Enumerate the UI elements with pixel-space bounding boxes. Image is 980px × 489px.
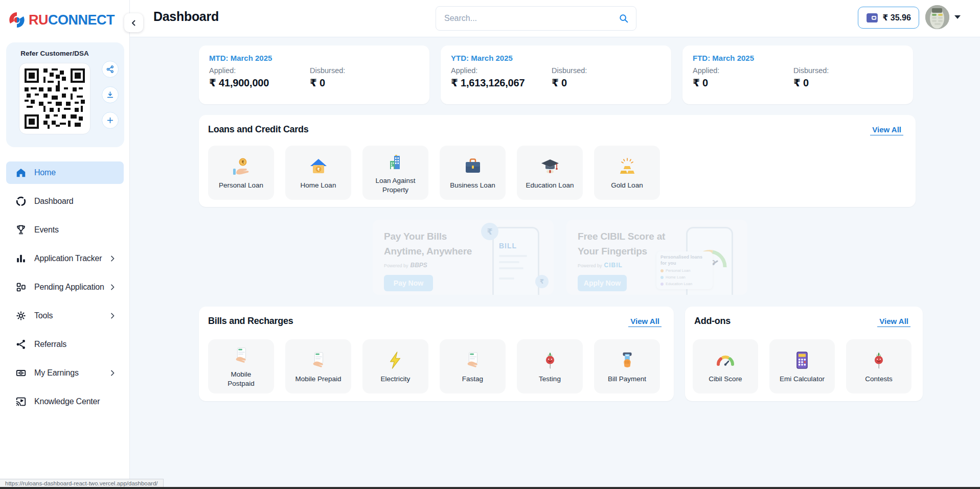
search-box (436, 6, 636, 31)
sidebar-item-tools[interactable]: Tools (6, 305, 124, 327)
wallet-icon (866, 13, 878, 23)
loan-tile-gold-loan[interactable]: Gold Loan (594, 146, 660, 200)
stat-card-mtd: MTD: March 2025 Applied: ₹ 41,900,000 Di… (199, 45, 429, 104)
chevron-right-icon (108, 312, 117, 320)
stat-card-ftd: FTD: March 2025 Applied: ₹ 0 Disbursed: … (682, 45, 913, 104)
sidebar-item-dashboard[interactable]: Dashboard (6, 190, 124, 213)
wallet-balance-chip[interactable]: ₹ 35.96 (858, 7, 919, 29)
sidebar-item-label: Knowledge Center (34, 397, 117, 406)
addon-tile-emi-calculator[interactable]: Emi Calculator (769, 339, 835, 393)
avatar (925, 5, 949, 29)
addons-tiles: Cibil Score (693, 339, 911, 393)
screen-cast-icon (15, 396, 27, 407)
bill-tile-testing[interactable]: Testing (517, 339, 583, 393)
loan-tile-home-loan[interactable]: ₹ Home Loan (285, 146, 351, 200)
stat-card-ytd: YTD: March 2025 Applied: ₹ 1,613,126,067… (441, 45, 671, 104)
bills-section-title: Bills and Recharges (208, 316, 293, 327)
user-avatar-menu[interactable] (925, 5, 961, 29)
tile-label: Fastag (462, 375, 483, 384)
rupee-coin-icon: ₹ (481, 223, 498, 240)
search-input[interactable] (436, 6, 636, 31)
refer-qr-title: Refer Customer/DSA (6, 50, 103, 57)
search-icon[interactable] (618, 13, 629, 24)
home-icon (15, 167, 27, 178)
tile-label: Loan Against Property (375, 176, 415, 194)
bill-tile-mobile-postpaid[interactable]: Mobile Postpaid (208, 339, 274, 393)
personal-loan-icon: ₹ (231, 156, 252, 177)
mobile-postpaid-icon (231, 345, 252, 366)
sidebar-item-pending-application[interactable]: Pending Application (6, 276, 124, 298)
loans-view-all-link[interactable]: View All (870, 125, 903, 135)
tile-label: Testing (539, 375, 561, 384)
gold-loan-icon (617, 156, 638, 177)
radish-icon (868, 350, 890, 371)
sidebar-item-my-earnings[interactable]: My Earnings (6, 362, 124, 384)
plus-icon (106, 116, 115, 125)
loan-tile-personal-loan[interactable]: ₹ Personal Loan (208, 146, 274, 200)
banner-title: Pay Your BillsAnytime, Anywhere (384, 229, 472, 259)
stat-period: MTD: March 2025 (209, 54, 419, 62)
applied-value: ₹ 0 (693, 77, 793, 89)
mobile-prepaid-icon (308, 350, 329, 371)
radish-icon (539, 350, 561, 371)
tile-label: Business Loan (450, 181, 495, 190)
sidebar-item-home[interactable]: Home (6, 161, 124, 184)
tile-label: Cibil Score (709, 375, 742, 384)
tile-label: Mobile Postpaid (227, 370, 255, 388)
top-header: Dashboard ₹ 35.96 (130, 0, 980, 37)
loan-tile-education-loan[interactable]: Education Loan (517, 146, 583, 200)
svg-text:₹: ₹ (241, 160, 244, 165)
sidebar-item-referrals[interactable]: Referrals (6, 333, 124, 356)
stat-period: FTD: March 2025 (693, 54, 903, 62)
banner-powered-by: Powered byBBPS (384, 262, 427, 269)
loan-tile-loan-against-property[interactable]: Loan Against Property (362, 146, 428, 200)
bill-phone-graphic: BILL (492, 227, 539, 295)
sidebar-item-label: Events (34, 225, 117, 235)
refer-qr-panel: Refer Customer/DSA (6, 42, 124, 147)
tile-label: Personal Loan (219, 181, 263, 190)
dashboard-circle-icon (15, 196, 27, 207)
addon-tile-contests[interactable]: Contests (846, 339, 911, 393)
banner-powered-by: Powered byCIBIL (578, 262, 623, 269)
fastag-icon (462, 350, 484, 371)
tile-label: Contests (865, 375, 892, 384)
sidebar-item-label: My Earnings (34, 368, 108, 378)
tile-label: Emi Calculator (780, 375, 825, 384)
bill-tile-mobile-prepaid[interactable]: Mobile Prepaid (285, 339, 351, 393)
bottom-edge-bar (0, 487, 980, 489)
brand-logo[interactable]: RUCONNECT (8, 11, 115, 29)
apply-now-button[interactable]: Apply Now (578, 275, 627, 291)
applied-value: ₹ 41,900,000 (209, 77, 310, 89)
sidebar-item-events[interactable]: Events (6, 219, 124, 241)
tile-label: Home Loan (301, 181, 336, 190)
personalised-loans-card: Personalised loans for you Personal Loan… (656, 251, 713, 289)
applied-label: Applied: (693, 66, 793, 75)
layout-grid-icon (15, 282, 27, 293)
addons-view-all-link[interactable]: View All (877, 317, 910, 327)
bill-tile-fastag[interactable]: Fastag (440, 339, 506, 393)
sidebar-item-application-tracker[interactable]: Application Tracker (6, 247, 124, 270)
calculator-icon (791, 350, 813, 371)
addon-tile-cibil-score[interactable]: Cibil Score (693, 339, 758, 393)
sidebar: RUCONNECT Refer Customer/DSA (0, 0, 130, 489)
gear-icon (15, 310, 27, 321)
share-qr-button[interactable] (102, 61, 119, 78)
download-qr-button[interactable] (102, 86, 119, 103)
sidebar-item-knowledge-center[interactable]: Knowledge Center (6, 390, 124, 413)
addons-section: Add-ons View All Cibil Score (685, 307, 923, 401)
pay-now-button[interactable]: Pay Now (384, 275, 433, 291)
loan-tile-business-loan[interactable]: Business Loan (440, 146, 506, 200)
sidebar-item-label: Application Tracker (34, 254, 108, 263)
tile-label: Education Loan (526, 181, 574, 190)
sidebar-item-label: Tools (34, 311, 108, 320)
bills-view-all-link[interactable]: View All (628, 317, 662, 327)
bbps-promo-banner: Pay Your BillsAnytime, Anywhere Powered … (373, 220, 554, 295)
add-qr-button[interactable] (102, 112, 119, 129)
bill-tile-electricity[interactable]: Electricity (362, 339, 428, 393)
banner-title: Free CIBIL Score atYour Fingertips (578, 229, 665, 259)
cibil-promo-banner: Free CIBIL Score atYour Fingertips Power… (566, 220, 747, 295)
bills-tiles: Mobile Postpaid Mobile Prepaid (208, 339, 660, 393)
sidebar-collapse-button[interactable] (124, 13, 143, 32)
banknote-icon (15, 367, 27, 379)
bill-tile-bill-payment[interactable]: Bill Payment (594, 339, 660, 393)
